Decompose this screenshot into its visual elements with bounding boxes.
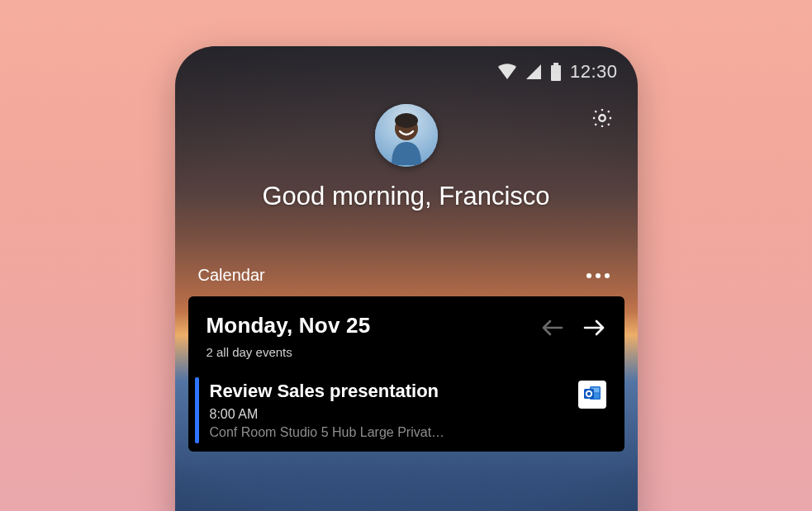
status-bar: 12:30 <box>175 46 638 89</box>
event-info: Review Sales presentation 8:00 AM Conf R… <box>210 381 445 440</box>
arrow-right-icon <box>583 318 606 341</box>
calendar-event[interactable]: Review Sales presentation 8:00 AM Conf R… <box>188 372 624 452</box>
section-title: Calendar <box>198 266 265 285</box>
svg-point-5 <box>395 113 418 128</box>
event-time: 8:00 AM <box>210 407 445 422</box>
more-icon <box>596 273 601 278</box>
status-time: 12:30 <box>570 61 618 83</box>
date-subtitle: 2 all day events <box>207 345 371 359</box>
svg-rect-0 <box>553 63 558 65</box>
more-icon <box>586 273 591 278</box>
gear-icon <box>591 106 614 133</box>
svg-rect-1 <box>551 65 561 81</box>
settings-button[interactable] <box>590 107 615 132</box>
date-block: Monday, Nov 25 2 all day events <box>207 313 371 359</box>
arrow-left-icon <box>540 318 563 341</box>
next-day-button[interactable] <box>583 318 606 341</box>
outlook-icon <box>582 383 602 406</box>
section-header: Calendar <box>175 220 638 296</box>
more-icon <box>605 273 610 278</box>
greeting-text: Good morning, Francisco <box>195 182 618 211</box>
svg-point-2 <box>599 115 605 121</box>
avatar[interactable] <box>375 104 438 167</box>
previous-day-button[interactable] <box>540 318 563 341</box>
date-nav <box>540 313 606 341</box>
calendar-card: Monday, Nov 25 2 all day events <box>188 296 624 452</box>
cellular-icon <box>525 64 542 80</box>
outlook-app-badge <box>578 381 606 409</box>
phone-frame: 12:30 <box>175 46 638 511</box>
event-location: Conf Room Studio 5 Hub Large Privat… <box>210 425 445 440</box>
battery-icon <box>550 63 562 81</box>
calendar-card-header: Monday, Nov 25 2 all day events <box>188 296 624 372</box>
wifi-icon <box>497 64 517 80</box>
header: Good morning, Francisco <box>175 89 638 220</box>
event-title: Review Sales presentation <box>210 381 445 402</box>
date-title: Monday, Nov 25 <box>207 313 371 338</box>
svg-rect-9 <box>584 389 594 399</box>
more-button[interactable] <box>582 268 615 283</box>
